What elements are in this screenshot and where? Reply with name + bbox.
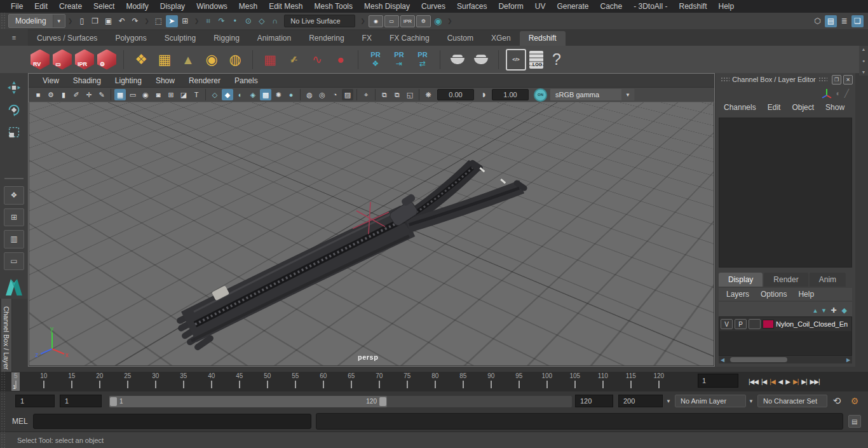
shelf-cone-icon[interactable]: ▲: [178, 49, 198, 71]
range-end-handle[interactable]: [379, 397, 386, 406]
shelf-tab-custom[interactable]: Custom: [438, 31, 482, 46]
snap-point-icon[interactable]: •: [229, 15, 241, 27]
scroll-thumb[interactable]: ●: [862, 58, 865, 63]
multisample-icon[interactable]: ◔: [329, 89, 341, 100]
layout-single-pane-button[interactable]: ❖: [4, 186, 24, 205]
shadows-icon[interactable]: ●: [285, 89, 297, 100]
animation-end-field[interactable]: [618, 395, 663, 407]
manipulator-axis-icon[interactable]: [821, 88, 832, 99]
shelf-tab-sculpting[interactable]: Sculpting: [156, 31, 205, 46]
go-to-end-button[interactable]: ▶▶|: [809, 376, 821, 387]
scroll-right-icon[interactable]: ▶: [844, 357, 852, 363]
open-scene-icon[interactable]: ❒: [89, 15, 101, 27]
layer-menu-layers[interactable]: Layers: [721, 289, 754, 299]
scrollbar-thumb[interactable]: [730, 357, 787, 362]
layer-tab-display[interactable]: Display: [719, 273, 763, 287]
field-chart-icon[interactable]: ⊞: [165, 89, 177, 100]
group-separator[interactable]: ❯: [360, 18, 365, 24]
help-line-grip[interactable]: [0, 432, 6, 448]
rs-render-animation-icon[interactable]: ▭: [53, 50, 72, 70]
rs-render-settings-icon[interactable]: ⚙: [97, 50, 116, 70]
layer-display-type-toggle[interactable]: [749, 319, 761, 329]
range-slider-grip[interactable]: [0, 391, 6, 411]
shelf-curl-icon[interactable]: ∿: [307, 49, 327, 71]
chevron-down-icon[interactable]: ▼: [666, 398, 671, 404]
menu-edit[interactable]: Edit: [29, 1, 53, 12]
playback-start-field[interactable]: [60, 395, 102, 407]
go-to-start-button[interactable]: |◀◀: [747, 376, 759, 387]
shelf-tab-xgen[interactable]: XGen: [482, 31, 520, 46]
log-file-icon[interactable]: .LOG: [529, 51, 543, 69]
auto-key-icon[interactable]: ⟲: [830, 394, 844, 408]
time-slider-grip[interactable]: [0, 372, 6, 391]
channel-box-header[interactable]: Channel Box / Layer Editor ❐ ✕: [715, 73, 855, 86]
snap-projected-center-icon[interactable]: ⊙: [242, 15, 254, 27]
command-language-toggle[interactable]: MEL: [12, 417, 28, 426]
pr-exchange-icon[interactable]: PR⇄: [412, 49, 433, 71]
help-shelf-icon[interactable]: ?: [546, 49, 567, 71]
resolution-gate-icon[interactable]: ◉: [140, 89, 151, 100]
menu-3dtoall[interactable]: - 3DtoAll -: [628, 1, 673, 12]
menu-curves[interactable]: Curves: [416, 1, 451, 12]
layer-tab-render[interactable]: Render: [764, 273, 808, 287]
save-scene-icon[interactable]: ▣: [102, 15, 114, 27]
layer-menu-help[interactable]: Help: [793, 289, 819, 299]
pr-cube-icon[interactable]: PR❖: [365, 49, 386, 71]
shelf-strands-icon[interactable]: -∕∕∕-: [283, 49, 304, 71]
select-component-icon[interactable]: ⊞: [179, 15, 191, 27]
channel-box-toggle-icon[interactable]: ▤: [825, 15, 837, 27]
render-current-frame-icon[interactable]: ▭: [384, 15, 399, 27]
pr-export-icon[interactable]: PR⇥: [389, 49, 409, 71]
play-forward-button[interactable]: ▶: [784, 376, 791, 387]
panel-menu-shading[interactable]: Shading: [67, 75, 107, 86]
shelf-tab-redshift[interactable]: Redshift: [520, 31, 566, 46]
playback-end-field[interactable]: [575, 395, 613, 407]
zipper-model[interactable]: [180, 163, 524, 347]
ipr-render-icon[interactable]: IPR: [400, 15, 415, 27]
menu-create[interactable]: Create: [53, 1, 88, 12]
rs-render-view-icon[interactable]: RV: [31, 50, 50, 70]
colorspace-dropdown[interactable]: sRGB gamma ▼: [550, 88, 635, 101]
contrast-icon[interactable]: ◑: [477, 89, 489, 100]
panel-menu-view[interactable]: View: [36, 75, 65, 86]
menu-edit-mesh[interactable]: Edit Mesh: [263, 1, 308, 12]
menu-modify[interactable]: Modify: [120, 1, 154, 12]
render-view-icon[interactable]: ◉: [369, 15, 383, 27]
layout-wide-button[interactable]: ▭: [4, 252, 24, 271]
panel-menu-panels[interactable]: Panels: [228, 75, 264, 86]
occlusion-icon[interactable]: ◍: [304, 89, 315, 100]
shelf-diamonds-icon[interactable]: ❖: [131, 49, 151, 71]
panel-drag-handle[interactable]: [818, 77, 827, 82]
wireframe-icon[interactable]: ◇: [209, 89, 220, 100]
select-hierarchy-icon[interactable]: ⬚: [153, 15, 165, 27]
safe-title-icon[interactable]: T: [191, 89, 202, 100]
status-line-grip[interactable]: [0, 13, 6, 29]
shelf-tab-fx[interactable]: FX: [353, 31, 381, 46]
animation-start-field[interactable]: [15, 395, 55, 407]
panel-single-icon[interactable]: ⧉: [379, 89, 390, 100]
wireframe-on-shaded-icon[interactable]: ◈: [247, 89, 259, 100]
safe-action-icon[interactable]: ◪: [178, 89, 189, 100]
render-settings-icon[interactable]: ⚙: [416, 15, 431, 27]
shelf-tab-polygons[interactable]: Polygons: [106, 31, 155, 46]
flat-shade-icon[interactable]: ◐: [234, 89, 246, 100]
undo-icon[interactable]: ↶: [116, 15, 128, 27]
select-object-icon[interactable]: ➤: [166, 15, 178, 27]
layout-four-pane-button[interactable]: ⊞: [4, 208, 24, 227]
menu-redshift[interactable]: Redshift: [674, 1, 713, 12]
layer-new-empty-icon[interactable]: ✚: [831, 304, 836, 315]
shelf-tab-fx-caching[interactable]: FX Caching: [381, 31, 438, 46]
chevron-down-icon[interactable]: ▼: [53, 15, 65, 27]
command-result-field[interactable]: [316, 413, 843, 430]
group-separator[interactable]: ❯: [144, 18, 149, 24]
menu-display[interactable]: Display: [154, 1, 191, 12]
rotate-tool-button[interactable]: [3, 99, 25, 120]
key-state-icon[interactable]: ╱: [844, 89, 849, 98]
panel-drag-handle[interactable]: [721, 77, 729, 82]
step-back-key-button[interactable]: |◀: [768, 376, 776, 387]
new-scene-icon[interactable]: ▯: [76, 15, 88, 27]
menu-generate[interactable]: Generate: [551, 1, 594, 12]
layer-menu-options[interactable]: Options: [756, 289, 792, 299]
exposure-field[interactable]: 0.00: [437, 89, 474, 100]
modeling-toolkit-icon[interactable]: ⬡: [811, 15, 824, 27]
